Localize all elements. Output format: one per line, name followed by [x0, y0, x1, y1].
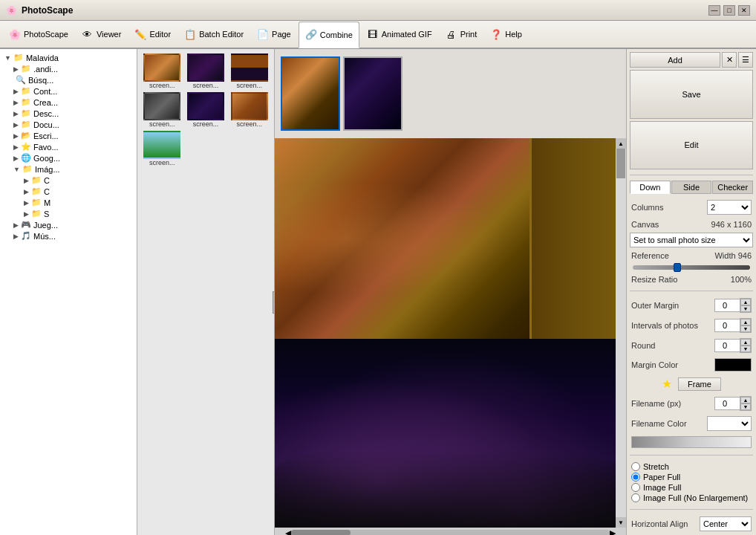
divider	[630, 291, 753, 291]
tab-down[interactable]: Down	[630, 181, 671, 194]
increment-button[interactable]: ▲	[740, 339, 751, 346]
color-gradient-bar[interactable]	[631, 436, 752, 448]
scroll-track[interactable]	[291, 530, 610, 535]
tree-item-goog[interactable]: ▶ 🌐 Goog...	[3, 152, 134, 163]
radio-paper-full[interactable]: Paper Full	[631, 473, 752, 482]
list-item[interactable]: screen...	[142, 92, 183, 128]
scroll-thumb[interactable]	[291, 530, 351, 535]
outer-margin-input[interactable]: ▲ ▼	[714, 298, 752, 313]
list-item[interactable]: screen...	[186, 54, 227, 89]
outer-margin-field[interactable]	[714, 299, 740, 312]
margin-color-swatch[interactable]	[714, 358, 752, 372]
menu-page-label: Page	[272, 30, 291, 39]
round-spinner[interactable]: ▲ ▼	[740, 338, 752, 353]
tree-label: Mús...	[33, 232, 56, 241]
menu-batch-editor[interactable]: 📋 Batch Editor	[178, 21, 250, 48]
tree-item-escri[interactable]: ▶ 📂 Escri...	[3, 130, 134, 141]
radio-image-full[interactable]: Image Full	[631, 483, 752, 492]
filename-color-select[interactable]	[707, 416, 752, 431]
tree-item-mus[interactable]: ▶ 🎵 Mús...	[3, 230, 134, 241]
stretch-radio[interactable]	[631, 462, 640, 471]
tree-item-busq[interactable]: 🔍 Búsq...	[3, 74, 134, 85]
maximize-button[interactable]: □	[723, 5, 735, 16]
round-input[interactable]: ▲ ▼	[714, 338, 752, 353]
scroll-up-button[interactable]: ▲	[616, 138, 626, 149]
intervals-spinner[interactable]: ▲ ▼	[740, 318, 752, 333]
add-button[interactable]: Add	[630, 52, 720, 68]
vertical-scrollbar[interactable]: ▲ ▼	[616, 138, 626, 528]
reference-slider-track[interactable]	[633, 265, 750, 270]
columns-select[interactable]: 234	[707, 200, 752, 215]
menu-photoscope[interactable]: 🌸 PhotoScape	[3, 21, 74, 48]
paper-full-radio[interactable]	[631, 473, 640, 482]
round-field[interactable]	[714, 339, 740, 352]
scroll-track[interactable]	[616, 149, 626, 517]
minimize-button[interactable]: —	[708, 5, 720, 16]
photo-size-dropdown[interactable]: Set to small photo size	[630, 233, 753, 247]
radio-image-full-no-enlarge[interactable]: Image Full (No Enlargement)	[631, 493, 752, 502]
tab-side[interactable]: Side	[671, 181, 712, 194]
tree-item-s[interactable]: ▶ 📁 S	[3, 208, 134, 219]
tree-item-jueg[interactable]: ▶ 🎮 Jueg...	[3, 219, 134, 230]
menu-print[interactable]: 🖨 Print	[440, 21, 483, 48]
filename-px-input[interactable]: ▲ ▼	[714, 396, 752, 411]
outer-margin-spinner[interactable]: ▲ ▼	[740, 298, 752, 313]
tree-item-imag[interactable]: ▼ 📁 Imág...	[3, 163, 134, 175]
menu-editor[interactable]: ✏️ Editor	[128, 21, 177, 48]
strip-thumbnail-2[interactable]	[343, 56, 403, 131]
tab-checker[interactable]: Checker	[712, 181, 753, 194]
list-item[interactable]: screen...	[229, 54, 270, 89]
filename-px-field[interactable]	[714, 397, 740, 410]
tree-item-c2[interactable]: ▶ 📁 C	[3, 186, 134, 197]
tree-item-desc[interactable]: ▶ 📁 Desc...	[3, 108, 134, 119]
close-button[interactable]: ✕	[738, 5, 750, 16]
menu-combine[interactable]: 🔗 Combine	[299, 22, 359, 48]
decrement-button[interactable]: ▼	[740, 305, 751, 312]
menu-animated-gif[interactable]: 🎞 Animated GIF	[361, 21, 438, 48]
save-icon-button[interactable]: ☰	[738, 52, 753, 68]
scroll-thumb[interactable]	[616, 149, 625, 178]
decrement-button[interactable]: ▼	[740, 325, 751, 332]
menu-print-label: Print	[460, 30, 478, 39]
scroll-down-button[interactable]: ▼	[616, 517, 626, 528]
outer-margin-row: Outer Margin ▲ ▼	[630, 296, 753, 314]
tree-item-crea[interactable]: ▶ 📁 Crea...	[3, 97, 134, 108]
list-item[interactable]: screen...	[142, 131, 183, 166]
horizontal-scrollbar[interactable]: ◀ ▶	[275, 528, 626, 535]
intervals-input[interactable]: ▲ ▼	[714, 318, 752, 333]
tree-item-malavida[interactable]: ▼ 📁 Malavida	[3, 52, 134, 63]
image-full-no-enlarge-radio[interactable]	[631, 493, 640, 502]
scroll-left-button[interactable]: ◀	[285, 528, 291, 536]
decrement-button[interactable]: ▼	[740, 403, 751, 410]
list-item[interactable]: screen...	[229, 92, 270, 128]
menu-help[interactable]: ❓ Help	[484, 21, 528, 48]
tree-item-andi[interactable]: ▶ 📁 .andi...	[3, 63, 134, 74]
increment-button[interactable]: ▲	[740, 319, 751, 325]
decrement-button[interactable]: ▼	[740, 346, 751, 352]
menu-page[interactable]: 📄 Page	[251, 21, 297, 48]
h-align-select[interactable]: CenterLeftRight	[700, 516, 752, 531]
increment-button[interactable]: ▲	[740, 397, 751, 403]
tree-item-cont[interactable]: ▶ 📁 Cont...	[3, 85, 134, 97]
save-button[interactable]: Save	[630, 70, 753, 119]
radio-stretch[interactable]: Stretch	[631, 462, 752, 471]
menu-viewer[interactable]: 👁 Viewer	[76, 21, 127, 48]
intervals-field[interactable]	[714, 319, 740, 332]
reference-slider-thumb[interactable]	[674, 263, 681, 272]
star-button[interactable]: ★	[662, 377, 672, 391]
frame-button[interactable]: Frame	[678, 377, 721, 391]
increment-button[interactable]: ▲	[740, 299, 751, 305]
tree-item-c1[interactable]: ▶ 📁 C	[3, 175, 134, 186]
tree-item-m[interactable]: ▶ 📁 M	[3, 197, 134, 208]
list-item[interactable]: screen...	[142, 54, 183, 89]
add-x-button[interactable]: ✕	[722, 52, 737, 68]
filename-px-spinner[interactable]: ▲ ▼	[740, 396, 752, 411]
image-full-radio[interactable]	[631, 483, 640, 492]
tree-item-docu[interactable]: ▶ 📁 Docu...	[3, 119, 134, 130]
tree-item-favo[interactable]: ▶ ⭐ Favo...	[3, 141, 134, 152]
thumbnail-label: screen...	[149, 120, 175, 128]
list-item[interactable]: screen...	[186, 92, 227, 128]
strip-thumbnail-1[interactable]	[281, 56, 340, 131]
edit-button[interactable]: Edit	[630, 121, 753, 170]
scroll-right-button[interactable]: ▶	[610, 528, 616, 536]
